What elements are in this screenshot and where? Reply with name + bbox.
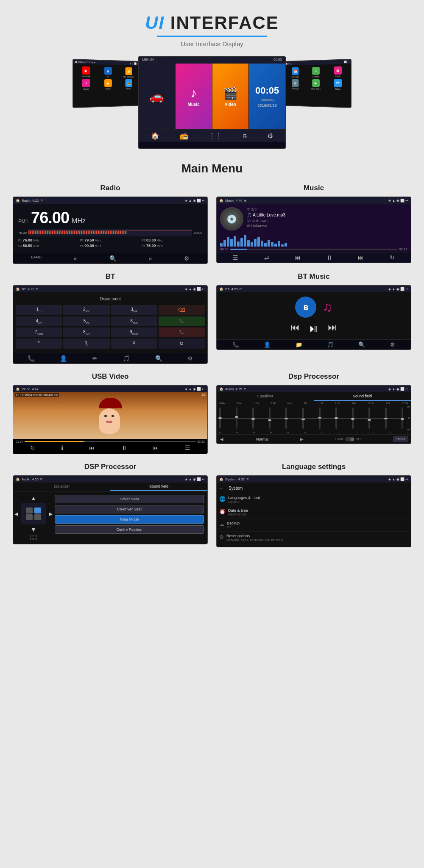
dsp-tab-equalizer[interactable]: Equalizer — [217, 392, 314, 401]
music-next-btn[interactable]: ⏭ — [358, 254, 364, 261]
dsp-slider-5[interactable] — [285, 406, 287, 430]
sf-seat-rear-left[interactable] — [26, 514, 33, 520]
dsp-reset-button[interactable]: Reset — [393, 436, 408, 442]
sf-right-arrow[interactable]: ► — [48, 510, 54, 517]
bt-key-4[interactable]: 4GHI — [16, 316, 62, 326]
dsp-slider-2[interactable] — [236, 406, 237, 430]
bt-key-6[interactable]: 6MNO — [111, 316, 157, 326]
music-prev-btn[interactable]: ⏮ — [295, 254, 301, 261]
video-progress-bar[interactable] — [25, 441, 196, 442]
app-maps[interactable]: 🗺 Maps — [327, 79, 349, 90]
app-clock[interactable]: ⏰ Clack — [327, 66, 349, 78]
btmusic-settings-btn[interactable]: ⚙ — [390, 341, 395, 348]
bt-settings-btn[interactable]: ⚙ — [187, 355, 193, 362]
bt-key-9[interactable]: 9WXYZ — [111, 327, 157, 337]
sf-driver-seat-btn[interactable]: Driver Seat — [55, 495, 204, 503]
video-prev-btn[interactable]: ⏮ — [89, 444, 95, 451]
radio-tuner-bar[interactable] — [28, 229, 192, 236]
sf-tab-equalizer[interactable]: Equalizer — [13, 483, 110, 491]
video-play-btn[interactable]: ⏸ — [121, 444, 127, 451]
dsp-slider-4[interactable] — [269, 406, 271, 430]
bt-edit-btn[interactable]: ✏ — [92, 355, 98, 362]
dsp-slider-8[interactable] — [335, 406, 337, 430]
video-list-btn[interactable]: ☰ — [185, 444, 190, 451]
music-loop-btn[interactable]: ↻ — [390, 254, 395, 261]
dsp-slider-10[interactable] — [368, 406, 370, 430]
bt-dial-btn[interactable]: 📞 — [28, 355, 35, 362]
bt-search-btn[interactable]: 🔍 — [155, 355, 162, 362]
sf-codriver-seat-btn[interactable]: Co-driver Seat — [55, 505, 204, 513]
dsp-slider-1[interactable] — [219, 406, 221, 430]
app-video[interactable]: ▶ Video — [98, 79, 118, 90]
music-playlist-btn[interactable]: ☰ — [233, 254, 238, 261]
dsp-loud-toggle[interactable] — [345, 437, 354, 441]
nav-radio-icon[interactable]: 📻 — [180, 132, 188, 140]
bt-key-0[interactable]: 0+ — [63, 338, 109, 349]
bt-key-2[interactable]: 2ABC — [63, 305, 109, 315]
btmusic-play-btn[interactable]: ⏯ — [308, 322, 319, 335]
video-info-btn[interactable]: ℹ — [61, 444, 63, 451]
radio-preset-p4[interactable]: P4 86.50 MHz — [18, 244, 79, 248]
radio-settings-btn[interactable]: ⚙ — [184, 255, 190, 262]
btmusic-prev-btn[interactable]: ⏮ — [290, 322, 300, 335]
app-chrome[interactable]: C Chrome — [306, 67, 326, 78]
dsp-left-arrow[interactable]: ◄ — [219, 436, 224, 442]
sf-left-arrow[interactable]: ◄ — [13, 510, 19, 517]
bt-key-endcall[interactable]: 📞 — [159, 327, 205, 337]
lang-item-datetime[interactable]: ⏰ Date & time GMT+00:00 — [219, 506, 408, 519]
sf-down-arrow[interactable]: ▼ — [31, 526, 36, 533]
lang-item-languages[interactable]: 🌐 Languages & input Gboard — [219, 494, 408, 506]
bt-key-backspace[interactable]: ⌫ — [159, 305, 205, 315]
btmusic-dial-btn[interactable]: 📞 — [232, 341, 239, 348]
app-music[interactable]: ♪ Music — [75, 79, 97, 90]
sf-seat-passenger[interactable] — [34, 507, 41, 513]
btmusic-next-btn[interactable]: ⏭ — [328, 322, 337, 335]
radio-preset-p6[interactable]: P6 76.00 MHz — [142, 244, 202, 248]
radio-band-btn[interactable]: BAND — [31, 255, 42, 262]
sf-seat-rear-right[interactable] — [34, 514, 41, 520]
btmusic-search-btn[interactable]: 🔍 — [358, 341, 365, 348]
dsp-slider-12[interactable] — [402, 406, 403, 430]
app-youtube[interactable]: ▶ YouTube — [75, 66, 97, 78]
sf-up-arrow[interactable]: ▲ — [31, 495, 36, 502]
radio-preset-p1[interactable]: P1 76.00 MHz — [18, 238, 79, 242]
app-radio[interactable]: 📻 Radio — [119, 79, 138, 90]
sf-seat-driver[interactable] — [26, 507, 33, 513]
bt-key-refresh[interactable]: ↻ — [159, 338, 205, 349]
bt-key-5[interactable]: 5JKL — [63, 316, 109, 326]
app-settings[interactable]: ⚙ Settings — [286, 79, 305, 90]
dsp-slider-6[interactable] — [302, 406, 304, 430]
bt-key-star[interactable]: * — [16, 338, 62, 349]
lang-back-icon[interactable]: ← — [219, 485, 224, 491]
music-progress-bar[interactable] — [230, 249, 397, 250]
bt-key-call[interactable]: 📞 — [159, 316, 205, 326]
nav-bt-icon[interactable]: ʙ — [243, 132, 247, 140]
hero-music-col[interactable]: ♪ Music — [176, 64, 212, 129]
bt-key-1[interactable]: 1□□ — [16, 305, 62, 315]
radio-next-btn[interactable]: » — [148, 255, 152, 262]
nav-apps-icon[interactable]: ⋮⋮ — [209, 132, 222, 140]
app-calendar[interactable]: 📅 Calendar — [286, 67, 305, 78]
dsp-slider-7[interactable] — [319, 406, 321, 430]
bt-key-3[interactable]: 3DEF — [111, 305, 157, 315]
app-filemanager[interactable]: 📁 File Manager — [119, 67, 138, 78]
dsp-tab-soundfield[interactable]: Sound field — [314, 392, 411, 401]
bt-key-7[interactable]: 7PQRS — [16, 327, 62, 337]
app-bt[interactable]: ʙ BT — [98, 67, 118, 78]
dsp-slider-3[interactable] — [252, 406, 254, 430]
bt-key-8[interactable]: 8TUV — [63, 327, 109, 337]
sf-rear-mode-btn[interactable]: Rear Mode — [55, 515, 204, 524]
btmusic-mic-btn[interactable]: 🎵 — [327, 341, 334, 348]
nav-home-icon[interactable]: 🏠 — [151, 132, 159, 140]
lang-item-backup[interactable]: ☁ Backup Off — [219, 519, 408, 532]
lang-item-reset[interactable]: ⚙ Reset options Network, apps, or device… — [219, 532, 408, 544]
btmusic-contacts-btn[interactable]: 👤 — [264, 341, 271, 348]
btmusic-folder-btn[interactable]: 📁 — [296, 341, 302, 348]
sf-tab-soundfield[interactable]: Sound field — [110, 483, 207, 491]
sf-centre-position-btn[interactable]: Centre Position — [55, 525, 204, 534]
radio-search-btn[interactable]: 🔍 — [109, 255, 117, 262]
radio-preset-p3[interactable]: P3 83.00 MHz — [142, 238, 202, 242]
music-play-btn[interactable]: ⏸ — [326, 254, 332, 261]
dsp-slider-9[interactable] — [352, 406, 354, 430]
radio-preset-p2[interactable]: P2 79.50 MHz — [80, 238, 141, 242]
